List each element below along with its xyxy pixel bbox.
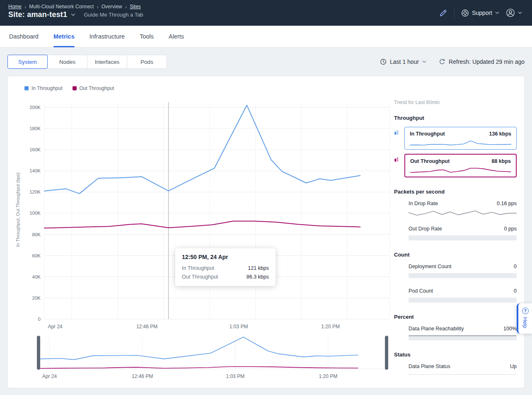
metric-row-head: Deployment Count0 [409, 264, 517, 269]
help-label: Help [522, 317, 528, 328]
navigator-handle-left[interactable] [37, 336, 40, 370]
controls-row: SystemNodesInterfacesPods Last 1 hour Re… [7, 55, 525, 69]
metric-card-row: In Throughput136 kbps [394, 127, 517, 150]
metric-row-head: Data Plane StatusUp [409, 363, 517, 369]
bar-chart-icon[interactable] [394, 127, 401, 135]
flat-band [409, 273, 517, 278]
svg-text:100K: 100K [29, 211, 41, 216]
metric-value: 88 kbps [491, 158, 511, 164]
svg-text:1:03 PM: 1:03 PM [226, 373, 244, 379]
time-range-select[interactable]: Last 1 hour [380, 58, 426, 65]
metric-value: 0.16 pps [497, 201, 517, 206]
metric-row-head: Data Plane Reachability100% [409, 326, 517, 332]
metric-row-head: In Drop Rate0.16 pps [409, 201, 517, 206]
tooltip-label: Out Throughput [182, 274, 218, 280]
section-title: Throughput [394, 115, 517, 121]
svg-text:180K: 180K [29, 126, 41, 131]
trend-title: Trend for Last 60min [394, 99, 517, 105]
tab-alerts[interactable]: Alerts [169, 26, 184, 47]
tooltip-row: Out Throughput86.3 kbps [182, 274, 269, 280]
subtab-interfaces[interactable]: Interfaces [87, 55, 127, 69]
metric-label: Deployment Count [409, 264, 452, 269]
tooltip-value: 121 kbps [248, 265, 269, 271]
svg-text:1:03 PM: 1:03 PM [230, 324, 248, 330]
svg-text:1:20 PM: 1:20 PM [321, 324, 340, 330]
tab-tools[interactable]: Tools [140, 26, 154, 47]
metric-card-out-throughput[interactable]: Out Throughput88 kbps [404, 154, 517, 177]
svg-text:120K: 120K [29, 189, 41, 194]
breadcrumb-item-overview: Overview [102, 4, 122, 10]
tab-dashboard[interactable]: Dashboard [9, 26, 39, 47]
site-dropdown-chevron-icon[interactable] [71, 13, 75, 16]
support-menu[interactable]: Support [461, 9, 499, 17]
topbar-divider [454, 7, 455, 18]
help-question-icon: ? [522, 308, 529, 314]
metric-card-head: Out Throughput88 kbps [410, 158, 511, 164]
metric-label: Out Throughput [410, 158, 450, 164]
account-menu[interactable] [506, 8, 522, 17]
legend-item-in-throughput[interactable]: In Throughput [24, 85, 63, 91]
legend-swatch [24, 86, 29, 90]
metric-value: 0 [514, 288, 517, 294]
legend-label: In Throughput [31, 85, 63, 91]
throughput-line-chart[interactable]: 020K40K60K80K100K120K140K160K180K200KApr… [24, 95, 393, 332]
subtab-group: SystemNodesInterfacesPods [7, 55, 167, 69]
legend-item-out-throughput[interactable]: Out Throughput [73, 85, 114, 91]
right-controls: Last 1 hour Refresh: Updated 29 min ago [380, 58, 525, 65]
chart-navigator[interactable]: Apr 2412:46 PM1:03 PM1:20 PM [14, 334, 393, 380]
breadcrumb-item-home[interactable]: Home [8, 4, 22, 10]
refresh-label: Refresh: Updated 29 min ago [449, 58, 525, 65]
tab-bar: DashboardMetricsInfrastructureToolsAlert… [0, 26, 532, 48]
topbar: Home›Multi-Cloud Network Connect›Overvie… [0, 0, 532, 26]
metric-value: 100% [503, 326, 517, 332]
guide-me-link[interactable]: Guide Me Through a Tab [84, 12, 143, 18]
help-tab[interactable]: ? Help [517, 303, 532, 334]
throughput-chart[interactable]: In Throughput, Out Throughput (bps) 020K… [14, 95, 393, 332]
title-row: Site: aman-test1 Guide Me Through a Tab [8, 10, 143, 19]
metric-card-in-throughput[interactable]: In Throughput136 kbps [404, 127, 517, 150]
subtab-system[interactable]: System [7, 55, 48, 69]
svg-text:1:20 PM: 1:20 PM [319, 373, 338, 379]
page: Home›Multi-Cloud Network Connect›Overvie… [0, 0, 532, 388]
metric-row-in-drop-rate: In Drop Rate0.16 pps [409, 201, 517, 216]
svg-text:160K: 160K [29, 147, 41, 152]
tab-metrics[interactable]: Metrics [53, 26, 75, 47]
legend-label: Out Throughput [80, 85, 114, 91]
svg-text:60K: 60K [32, 253, 41, 258]
metric-row-head: Out Drop Rate0 pps [409, 226, 517, 232]
metric-value: Up [510, 363, 517, 369]
svg-text:140K: 140K [29, 168, 41, 173]
metrics-card: In ThroughputOut Throughput In Throughpu… [7, 76, 525, 388]
bar-chart-icon[interactable] [394, 154, 401, 162]
tooltip-rows: In Throughput121 kbpsOut Throughput86.3 … [182, 265, 269, 280]
sparkline [409, 210, 517, 216]
navigator-chart[interactable]: Apr 2412:46 PM1:03 PM1:20 PM [24, 334, 393, 380]
subtab-pods[interactable]: Pods [127, 55, 167, 69]
account-icon [506, 8, 515, 17]
metric-row-deployment-count: Deployment Count0 [409, 264, 517, 278]
navigator-handle-right[interactable] [385, 336, 388, 370]
metric-label: In Throughput [410, 131, 445, 137]
sidebar-section-percent: PercentData Plane Reachability100% [394, 314, 517, 340]
legend-swatch [73, 86, 77, 90]
sidebar-section-status: StatusData Plane StatusUp [394, 351, 517, 375]
svg-text:0: 0 [38, 317, 41, 322]
subtab-nodes[interactable]: Nodes [47, 55, 87, 69]
metric-label: Pod Count [409, 288, 433, 294]
breadcrumb-item-sites[interactable]: Sites [130, 4, 141, 10]
breadcrumb-separator-icon: › [24, 4, 26, 10]
metric-row-out-drop-rate: Out Drop Rate0 pps [409, 226, 517, 240]
metric-value: 0 [514, 264, 517, 269]
tooltip-value: 86.3 kbps [247, 274, 269, 280]
sparkline [410, 140, 511, 146]
metric-row-data-plane-reachability: Data Plane Reachability100% [409, 326, 517, 340]
refresh-button[interactable]: Refresh: Updated 29 min ago [439, 58, 525, 65]
metric-row-pod-count: Pod Count0 [409, 288, 517, 303]
tab-infrastructure[interactable]: Infrastructure [89, 26, 125, 47]
svg-text:Apr 24: Apr 24 [42, 373, 57, 379]
refresh-icon [439, 58, 445, 65]
edit-pencil-icon[interactable] [439, 9, 447, 17]
y-axis-label: In Throughput, Out Throughput (bps) [15, 172, 20, 247]
metric-row-data-plane-status: Data Plane StatusUp [409, 363, 517, 375]
svg-text:12:46 PM: 12:46 PM [132, 373, 153, 379]
